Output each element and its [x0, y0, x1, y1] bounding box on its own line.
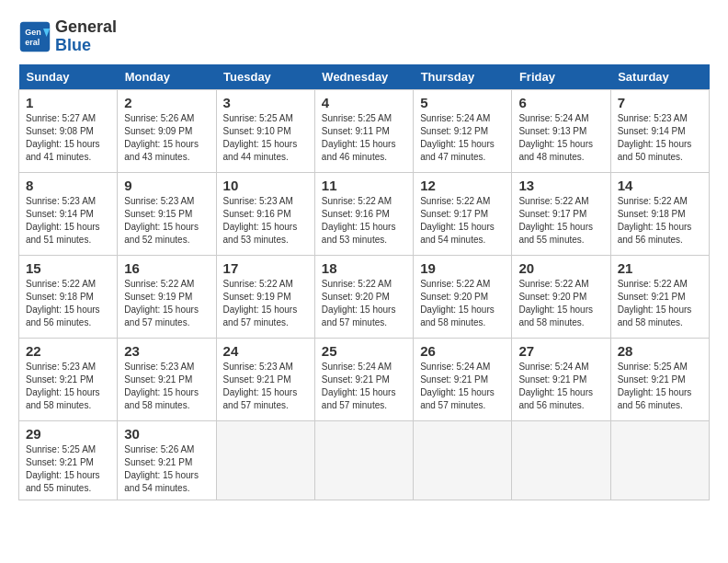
day-number: 23	[124, 343, 209, 359]
calendar-cell: 30 Sunrise: 5:26 AMSunset: 9:21 PMDaylig…	[118, 420, 216, 500]
day-info: Sunrise: 5:23 AMSunset: 9:21 PMDaylight:…	[26, 361, 110, 412]
calendar-cell: 4 Sunrise: 5:25 AMSunset: 9:11 PMDayligh…	[314, 89, 413, 172]
day-info: Sunrise: 5:22 AMSunset: 9:20 PMDaylight:…	[518, 278, 603, 329]
calendar-cell: 2 Sunrise: 5:26 AMSunset: 9:09 PMDayligh…	[118, 89, 216, 172]
day-info: Sunrise: 5:22 AMSunset: 9:19 PMDaylight:…	[124, 278, 209, 329]
calendar-cell: 18 Sunrise: 5:22 AMSunset: 9:20 PMDaylig…	[314, 255, 413, 338]
calendar-cell: 28 Sunrise: 5:25 AMSunset: 9:21 PMDaylig…	[610, 338, 709, 420]
calendar-header-tuesday: Tuesday	[216, 64, 314, 90]
day-number: 15	[26, 260, 110, 276]
day-number: 3	[223, 95, 308, 110]
day-number: 11	[322, 178, 406, 193]
calendar-cell	[512, 420, 610, 500]
day-number: 5	[420, 95, 505, 110]
day-info: Sunrise: 5:24 AMSunset: 9:21 PMDaylight:…	[420, 361, 505, 412]
calendar-cell: 26 Sunrise: 5:24 AMSunset: 9:21 PMDaylig…	[414, 338, 512, 420]
calendar-cell: 24 Sunrise: 5:23 AMSunset: 9:21 PMDaylig…	[216, 338, 314, 420]
day-number: 18	[322, 260, 406, 276]
day-info: Sunrise: 5:22 AMSunset: 9:17 PMDaylight:…	[518, 195, 603, 247]
calendar-cell: 15 Sunrise: 5:22 AMSunset: 9:18 PMDaylig…	[19, 255, 118, 338]
calendar-header-thursday: Thursday	[414, 64, 512, 90]
calendar-cell	[414, 420, 512, 500]
calendar-cell	[610, 420, 709, 500]
day-number: 26	[420, 343, 505, 359]
calendar-cell: 17 Sunrise: 5:22 AMSunset: 9:19 PMDaylig…	[216, 255, 314, 338]
logo-text: General Blue	[55, 18, 117, 55]
day-number: 12	[420, 178, 505, 193]
day-number: 10	[223, 178, 308, 193]
day-info: Sunrise: 5:23 AMSunset: 9:15 PMDaylight:…	[124, 195, 209, 247]
day-info: Sunrise: 5:22 AMSunset: 9:19 PMDaylight:…	[223, 278, 308, 329]
calendar-cell: 25 Sunrise: 5:24 AMSunset: 9:21 PMDaylig…	[314, 338, 413, 420]
day-info: Sunrise: 5:22 AMSunset: 9:20 PMDaylight:…	[420, 278, 505, 329]
day-number: 9	[124, 178, 209, 193]
day-info: Sunrise: 5:23 AMSunset: 9:21 PMDaylight:…	[223, 361, 308, 412]
day-info: Sunrise: 5:23 AMSunset: 9:14 PMDaylight:…	[26, 195, 110, 247]
day-number: 21	[618, 260, 702, 276]
day-info: Sunrise: 5:23 AMSunset: 9:16 PMDaylight:…	[223, 195, 308, 247]
svg-text:Gen: Gen	[25, 28, 41, 37]
day-info: Sunrise: 5:26 AMSunset: 9:21 PMDaylight:…	[124, 443, 209, 495]
calendar-header-monday: Monday	[118, 64, 216, 90]
calendar-cell: 27 Sunrise: 5:24 AMSunset: 9:21 PMDaylig…	[512, 338, 610, 420]
calendar-body: 1 Sunrise: 5:27 AMSunset: 9:08 PMDayligh…	[19, 89, 710, 500]
calendar-cell: 23 Sunrise: 5:23 AMSunset: 9:21 PMDaylig…	[118, 338, 216, 420]
day-number: 24	[223, 343, 308, 359]
day-info: Sunrise: 5:24 AMSunset: 9:12 PMDaylight:…	[420, 112, 505, 164]
calendar-header-wednesday: Wednesday	[314, 64, 413, 90]
day-number: 28	[618, 343, 702, 359]
day-info: Sunrise: 5:22 AMSunset: 9:17 PMDaylight:…	[420, 195, 505, 247]
day-number: 30	[124, 426, 209, 442]
day-number: 7	[618, 95, 702, 110]
calendar-cell: 19 Sunrise: 5:22 AMSunset: 9:20 PMDaylig…	[414, 255, 512, 338]
logo-icon: Gen eral	[18, 20, 51, 53]
calendar-cell: 20 Sunrise: 5:22 AMSunset: 9:20 PMDaylig…	[512, 255, 610, 338]
calendar-week-row: 8 Sunrise: 5:23 AMSunset: 9:14 PMDayligh…	[19, 172, 710, 255]
day-info: Sunrise: 5:25 AMSunset: 9:21 PMDaylight:…	[26, 443, 110, 495]
day-info: Sunrise: 5:22 AMSunset: 9:21 PMDaylight:…	[618, 278, 702, 329]
day-info: Sunrise: 5:24 AMSunset: 9:21 PMDaylight:…	[322, 361, 406, 412]
day-number: 4	[322, 95, 406, 110]
day-number: 13	[518, 178, 603, 193]
calendar-week-row: 29 Sunrise: 5:25 AMSunset: 9:21 PMDaylig…	[19, 420, 710, 500]
calendar-cell	[216, 420, 314, 500]
day-info: Sunrise: 5:27 AMSunset: 9:08 PMDaylight:…	[26, 112, 110, 164]
day-info: Sunrise: 5:22 AMSunset: 9:18 PMDaylight:…	[26, 278, 110, 329]
day-info: Sunrise: 5:24 AMSunset: 9:21 PMDaylight:…	[518, 361, 603, 412]
calendar-cell: 22 Sunrise: 5:23 AMSunset: 9:21 PMDaylig…	[19, 338, 118, 420]
calendar-cell: 11 Sunrise: 5:22 AMSunset: 9:16 PMDaylig…	[314, 172, 413, 255]
day-number: 2	[124, 95, 209, 110]
day-info: Sunrise: 5:26 AMSunset: 9:09 PMDaylight:…	[124, 112, 209, 164]
day-number: 16	[124, 260, 209, 276]
calendar-cell: 1 Sunrise: 5:27 AMSunset: 9:08 PMDayligh…	[19, 89, 118, 172]
day-info: Sunrise: 5:24 AMSunset: 9:13 PMDaylight:…	[518, 112, 603, 164]
calendar-header-sunday: Sunday	[19, 64, 118, 90]
day-number: 29	[26, 426, 110, 442]
day-info: Sunrise: 5:25 AMSunset: 9:21 PMDaylight:…	[618, 361, 702, 412]
day-info: Sunrise: 5:22 AMSunset: 9:20 PMDaylight:…	[322, 278, 406, 329]
day-number: 8	[26, 178, 110, 193]
calendar-week-row: 15 Sunrise: 5:22 AMSunset: 9:18 PMDaylig…	[19, 255, 710, 338]
calendar-cell: 29 Sunrise: 5:25 AMSunset: 9:21 PMDaylig…	[19, 420, 118, 500]
day-number: 19	[420, 260, 505, 276]
day-info: Sunrise: 5:22 AMSunset: 9:16 PMDaylight:…	[322, 195, 406, 247]
logo: Gen eral General Blue	[18, 18, 117, 55]
calendar-cell: 9 Sunrise: 5:23 AMSunset: 9:15 PMDayligh…	[118, 172, 216, 255]
calendar-header-friday: Friday	[512, 64, 610, 90]
calendar-cell: 16 Sunrise: 5:22 AMSunset: 9:19 PMDaylig…	[118, 255, 216, 338]
svg-text:eral: eral	[25, 38, 40, 47]
calendar-cell	[314, 420, 413, 500]
page-header: Gen eral General Blue	[18, 18, 710, 55]
calendar-cell: 6 Sunrise: 5:24 AMSunset: 9:13 PMDayligh…	[512, 89, 610, 172]
calendar-cell: 8 Sunrise: 5:23 AMSunset: 9:14 PMDayligh…	[19, 172, 118, 255]
day-number: 14	[618, 178, 702, 193]
calendar-cell: 10 Sunrise: 5:23 AMSunset: 9:16 PMDaylig…	[216, 172, 314, 255]
day-info: Sunrise: 5:23 AMSunset: 9:21 PMDaylight:…	[124, 361, 209, 412]
calendar-cell: 21 Sunrise: 5:22 AMSunset: 9:21 PMDaylig…	[610, 255, 709, 338]
day-info: Sunrise: 5:25 AMSunset: 9:10 PMDaylight:…	[223, 112, 308, 164]
day-number: 1	[26, 95, 110, 110]
calendar-cell: 14 Sunrise: 5:22 AMSunset: 9:18 PMDaylig…	[610, 172, 709, 255]
calendar-cell: 13 Sunrise: 5:22 AMSunset: 9:17 PMDaylig…	[512, 172, 610, 255]
calendar-cell: 3 Sunrise: 5:25 AMSunset: 9:10 PMDayligh…	[216, 89, 314, 172]
day-number: 25	[322, 343, 406, 359]
